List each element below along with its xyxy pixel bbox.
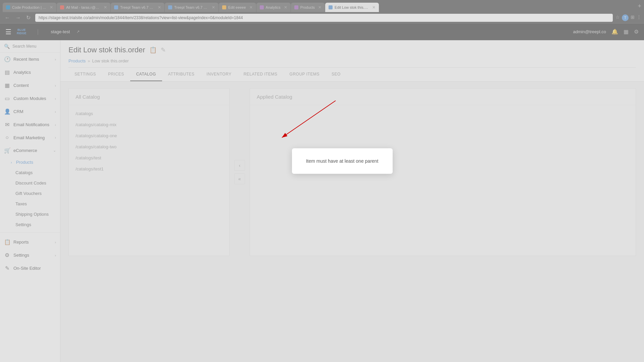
tab-group-items[interactable]: GROUP ITEMS: [284, 68, 326, 81]
search-input[interactable]: [12, 44, 56, 49]
chevron-icon: ›: [55, 84, 56, 88]
tab-close-button[interactable]: ✕: [372, 5, 376, 10]
tab-favicon: [114, 5, 118, 9]
tab-close-button[interactable]: ✕: [318, 5, 321, 10]
arrow-annotation: [208, 97, 342, 164]
sidebar-sub-item-settings[interactable]: Settings: [0, 219, 60, 230]
custom-modules-icon: ▭: [4, 95, 10, 102]
sidebar-item-custom-modules[interactable]: ▭ Custom Modules ›: [0, 92, 60, 105]
tab-close-button[interactable]: ✕: [284, 5, 287, 10]
recent-items-icon: 🕐: [4, 56, 10, 62]
tab-related-items[interactable]: RELATED ITEMS: [238, 68, 284, 81]
catalog-list-item[interactable]: /catalogs/test1: [69, 163, 229, 174]
move-left-button[interactable]: ‹: [234, 160, 245, 171]
sidebar-item-label: Recent Items: [13, 57, 39, 62]
back-button[interactable]: ←: [3, 13, 12, 22]
sidebar-sub-item-taxes[interactable]: Taxes: [0, 199, 60, 209]
sidebar-sub-label: Taxes: [15, 201, 27, 206]
catalog-list-item[interactable]: /catalogs/test: [69, 152, 229, 163]
url-bar[interactable]: https://stage-test.trialsite.co/admin/mo…: [35, 14, 613, 22]
catalog-list-item[interactable]: /catalogs: [69, 108, 229, 119]
email-notifications-icon: ✉: [4, 121, 10, 128]
extension-icon[interactable]: ⊞: [631, 14, 635, 21]
tab-inventory[interactable]: INVENTORY: [201, 68, 238, 81]
sidebar-item-recent-items[interactable]: 🕐 Recent Items ›: [0, 53, 60, 66]
tab-settings[interactable]: SETTINGS: [68, 68, 102, 81]
browser-tab-editlow[interactable]: Edit Low stok this.order✕: [325, 3, 379, 12]
tab-catalog[interactable]: CATALOG: [130, 68, 162, 81]
chevron-icon: ›: [55, 97, 56, 101]
sidebar-item-label: eCommerce: [13, 148, 37, 153]
refresh-button[interactable]: ↻: [24, 13, 33, 22]
tab-close-button[interactable]: ✕: [249, 5, 253, 10]
tab-close-button[interactable]: ✕: [212, 5, 215, 10]
sidebar-item-email-marketing[interactable]: ○ Email Marketing ›: [0, 131, 60, 144]
browser-tabs: Code Production | Trello✕All Mail - tara…: [3, 0, 634, 12]
move-all-left-button[interactable]: «: [234, 173, 245, 184]
browser-tab-analytics[interactable]: Analytics✕: [256, 3, 291, 12]
catalog-list-item[interactable]: /catalogs/catalog-two: [69, 141, 229, 152]
sidebar-sub-label: Shipping Options: [15, 212, 49, 217]
on-site-editor-icon: ✎: [4, 265, 10, 271]
sidebar-sub-item-catalogs[interactable]: Catalogs: [0, 167, 60, 178]
site-name: stage-test: [51, 29, 70, 34]
tab-label: Code Production | Trello: [12, 5, 46, 9]
sidebar: 🔍 🕐 Recent Items › ▤ Analytics ▦ Content…: [0, 40, 60, 362]
sidebar-item-email-notifications[interactable]: ✉ Email Notifications ›: [0, 118, 60, 131]
applied-catalog-panel: Applied Catalog: [250, 88, 636, 256]
external-link-icon[interactable]: ↗: [77, 30, 80, 34]
sidebar-item-ecommerce[interactable]: 🛒 eCommerce ⌄: [0, 144, 60, 157]
content-area: Edit Low stok this.order 📋 ✎ Products » …: [60, 40, 644, 362]
chevron-down-icon: ⌄: [53, 148, 56, 153]
tab-close-button[interactable]: ✕: [50, 5, 53, 10]
sidebar-item-crm[interactable]: 👤 CRM ›: [0, 105, 60, 118]
settings-icon[interactable]: ⚙: [634, 29, 639, 35]
bell-icon[interactable]: 🔔: [611, 29, 618, 35]
tab-favicon: [260, 5, 264, 9]
applied-catalog-title: Applied Catalog: [250, 89, 636, 105]
layout-icon[interactable]: ▦: [624, 29, 629, 35]
sidebar-sub-item-discount-codes[interactable]: Discount Codes: [0, 178, 60, 188]
browser-tab-treepl1[interactable]: Treepl Team v6.7 Backlog✕: [111, 3, 164, 12]
tab-seo[interactable]: SEO: [326, 68, 347, 81]
main-layout: 🔍 🕐 Recent Items › ▤ Analytics ▦ Content…: [0, 40, 644, 362]
browser-tab-gmail[interactable]: All Mail - taras.r@ez-bc.cc...✕: [57, 3, 110, 12]
sidebar-item-label: Content: [13, 83, 29, 88]
browser-tab-trello[interactable]: Code Production | Trello✕: [3, 3, 56, 12]
browser-tab-treepl2[interactable]: Treepl Team v6.7 Backlog✕: [165, 3, 218, 12]
copy-icon[interactable]: 📋: [149, 46, 157, 54]
edit-icon[interactable]: ✎: [161, 46, 166, 54]
sidebar-item-settings[interactable]: ⚙ Settings ›: [0, 249, 60, 262]
hamburger-menu[interactable]: ☰: [5, 28, 11, 36]
new-tab-button[interactable]: +: [638, 3, 641, 10]
tab-label: Treepl Team v6.7 Backlog: [120, 5, 154, 9]
sidebar-item-content[interactable]: ▦ Content ›: [0, 79, 60, 92]
applied-catalog-list: [250, 105, 636, 111]
tab-close-button[interactable]: ✕: [158, 5, 161, 10]
chevron-icon: ›: [55, 123, 56, 127]
catalog-list-item[interactable]: /catalogs/catalog-one: [69, 130, 229, 141]
sidebar-sub-item-shipping-options[interactable]: Shipping Options: [0, 209, 60, 219]
bookmark-icon[interactable]: ☆: [615, 14, 620, 21]
browser-tab-products[interactable]: Products✕: [291, 3, 325, 12]
browser-tab-edit[interactable]: Edit eeeee✕: [219, 3, 256, 12]
search-box[interactable]: 🔍: [0, 40, 60, 53]
content-icon: ▦: [4, 82, 10, 89]
sidebar-sub-label: Products: [16, 160, 33, 165]
tab-favicon: [329, 5, 333, 9]
tab-close-button[interactable]: ✕: [104, 5, 107, 10]
sidebar-sub-item-products[interactable]: › Products: [0, 157, 60, 167]
sidebar-item-reports[interactable]: 📋 Reports ›: [0, 236, 60, 249]
sidebar-item-label: Custom Modules: [13, 96, 46, 101]
sidebar-sub-item-gift-vouchers[interactable]: Gift Vouchers: [0, 188, 60, 199]
ecommerce-icon: 🛒: [4, 147, 10, 154]
sidebar-item-on-site-editor[interactable]: ✎ On-Site Editor: [0, 262, 60, 275]
forward-button[interactable]: →: [13, 13, 23, 22]
tab-attributes[interactable]: ATTRIBUTES: [162, 68, 201, 81]
catalog-list-item[interactable]: /catalogs/catalog-mix: [69, 119, 229, 130]
breadcrumb-link[interactable]: Products: [68, 58, 86, 63]
tab-prices[interactable]: PRICES: [102, 68, 130, 81]
sidebar-item-analytics[interactable]: ▤ Analytics: [0, 66, 60, 79]
profile-icon[interactable]: T: [622, 14, 629, 21]
menu-icon[interactable]: ⋮: [637, 14, 641, 21]
